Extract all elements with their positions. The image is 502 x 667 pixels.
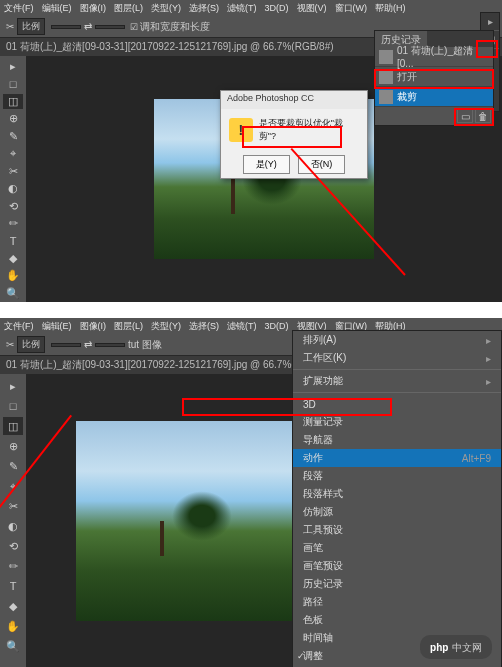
menu-3d-2[interactable]: 3D(D) [265,321,289,331]
rotate-tool[interactable]: ⟲ [3,198,23,213]
brush-tool[interactable]: ✎ [3,129,23,144]
menu-filter-2[interactable]: 滤镜(T) [227,320,257,333]
watermark-text: 中文网 [452,642,482,653]
menu-file-2[interactable]: 文件(F) [4,320,34,333]
screenshot-bottom: 文件(F) 编辑(E) 图像(I) 图层(L) 类型(Y) 选择(S) 滤镜(T… [0,318,502,667]
menu-select[interactable]: 选择(S) [189,2,219,15]
menu-item-排列(A)[interactable]: 排列(A)▸ [293,331,501,349]
move-tool-2[interactable]: ▸ [3,377,23,395]
option-label-2: tut 图像 [128,338,162,352]
document-tab[interactable]: 01 荷塘(上)_超清[09-03-31][20170922-125121769… [6,40,334,54]
watermark-brand: php [430,642,448,653]
screenshot-top: 文件(F) 编辑(E) 图像(I) 图层(L) 类型(Y) 选择(S) 滤镜(T… [0,0,502,302]
menu-item-历史记录[interactable]: 历史记录 [293,575,501,593]
pen-tool[interactable]: ✏ [3,216,23,231]
zoom-tool[interactable]: 🔍 [3,285,23,300]
menu-item-工作区(K)[interactable]: 工作区(K)▸ [293,349,501,367]
annotation-box-buttons [242,126,342,148]
toolbox: ▸ □ ◫ ⊕ ✎ ⌖ ✂ ◐ ⟲ ✏ T ◆ ✋ 🔍 [0,56,26,302]
menu-item-画笔预设[interactable]: 画笔预设 [293,557,501,575]
annotation-box-actions [182,398,392,416]
dialog-title: Adobe Photoshop CC [221,91,367,109]
crop-tool-2[interactable]: ◫ [3,417,23,435]
menu-item-段落样式[interactable]: 段落样式 [293,485,501,503]
menu-layer-2[interactable]: 图层(L) [114,320,143,333]
annotation-box-crop-row [374,69,494,89]
dock-btn-1[interactable]: ▸ [481,13,499,31]
menu-item-导航器[interactable]: 导航器 [293,431,501,449]
rotate-tool-2[interactable]: ⟲ [3,537,23,555]
menu-type[interactable]: 类型(Y) [151,2,181,15]
menu-filter[interactable]: 滤镜(T) [227,2,257,15]
height-input[interactable] [95,25,125,29]
marquee-tool[interactable]: □ [3,76,23,91]
marquee-tool-2[interactable]: □ [3,397,23,415]
toolbox-2: ▸ □ ◫ ⊕ ✎ ⌖ ✂ ◐ ⟲ ✏ T ◆ ✋ 🔍 [0,374,26,667]
pen-tool-2[interactable]: ✏ [3,557,23,575]
watermark: php 中文网 [420,635,492,659]
heal-tool[interactable]: ⌖ [3,146,23,161]
ratio-select[interactable]: 比例 [17,18,45,35]
menu-3d[interactable]: 3D(D) [265,3,289,13]
type-tool[interactable]: T [3,233,23,248]
brush-tool-2[interactable]: ✎ [3,457,23,475]
move-tool[interactable]: ▸ [3,59,23,74]
menu-edit[interactable]: 编辑(E) [42,2,72,15]
swap-icon-2[interactable]: ⇄ [84,339,92,350]
shape-tool[interactable]: ◆ [3,251,23,266]
shape-tool-2[interactable]: ◆ [3,597,23,615]
hand-tool[interactable]: ✋ [3,268,23,283]
zoom-tool-2[interactable]: 🔍 [3,637,23,655]
document-tab-2[interactable]: 01 荷塘(上)_超清[09-03-31][20170922-125121769… [6,358,334,372]
hand-tool-2[interactable]: ✋ [3,617,23,635]
eyedrop-tool[interactable]: ⊕ [3,111,23,126]
width-input[interactable] [51,25,81,29]
eyedrop-tool-2[interactable]: ⊕ [3,437,23,455]
width-input-2[interactable] [51,343,81,347]
menu-image-2[interactable]: 图像(I) [80,320,107,333]
menu-item-色板[interactable]: 色板 [293,611,501,629]
height-input-2[interactable] [95,343,125,347]
window-menu-dropdown: 排列(A)▸工作区(K)▸扩展功能▸3D测量记录导航器动作Alt+F9段落段落样… [292,330,502,667]
annotation-box-dock [476,40,498,58]
menu-item-扩展功能[interactable]: 扩展功能▸ [293,372,501,390]
swap-icon[interactable]: ⇄ [84,21,92,32]
yes-button[interactable]: 是(Y) [243,155,290,174]
ratio-select-2[interactable]: 比例 [17,336,45,353]
menu-item-段落[interactable]: 段落 [293,467,501,485]
crop-icon: ✂ [6,21,14,32]
crop-icon-2: ✂ [6,339,14,350]
history-row-crop[interactable]: 裁剪 [375,87,493,107]
menu-type-2[interactable]: 类型(Y) [151,320,181,333]
menu-window[interactable]: 窗口(W) [335,2,368,15]
menu-item-工具预设[interactable]: 工具预设 [293,521,501,539]
lasso-tool[interactable]: ✂ [3,164,23,179]
menu-select-2[interactable]: 选择(S) [189,320,219,333]
gradient-tool-2[interactable]: ◐ [3,517,23,535]
menu-item-路径[interactable]: 路径 [293,593,501,611]
menu-image[interactable]: 图像(I) [80,2,107,15]
menu-layer[interactable]: 图层(L) [114,2,143,15]
delete-pixels-check[interactable]: ☑ [130,22,138,32]
crop-tool[interactable]: ◫ [3,94,23,109]
menu-bar: 文件(F) 编辑(E) 图像(I) 图层(L) 类型(Y) 选择(S) 滤镜(T… [0,0,502,16]
option-label: 调和宽度和长度 [140,20,210,34]
menu-item-仿制源[interactable]: 仿制源 [293,503,501,521]
menu-file[interactable]: 文件(F) [4,2,34,15]
menu-item-动作[interactable]: 动作Alt+F9 [293,449,501,467]
image-content-2 [76,421,316,621]
type-tool-2[interactable]: T [3,577,23,595]
menu-item-画笔[interactable]: 画笔 [293,539,501,557]
menu-edit-2[interactable]: 编辑(E) [42,320,72,333]
annotation-box-delete [454,108,494,126]
menu-view[interactable]: 视图(V) [297,2,327,15]
menu-help[interactable]: 帮助(H) [375,2,406,15]
gradient-tool[interactable]: ◐ [3,181,23,196]
